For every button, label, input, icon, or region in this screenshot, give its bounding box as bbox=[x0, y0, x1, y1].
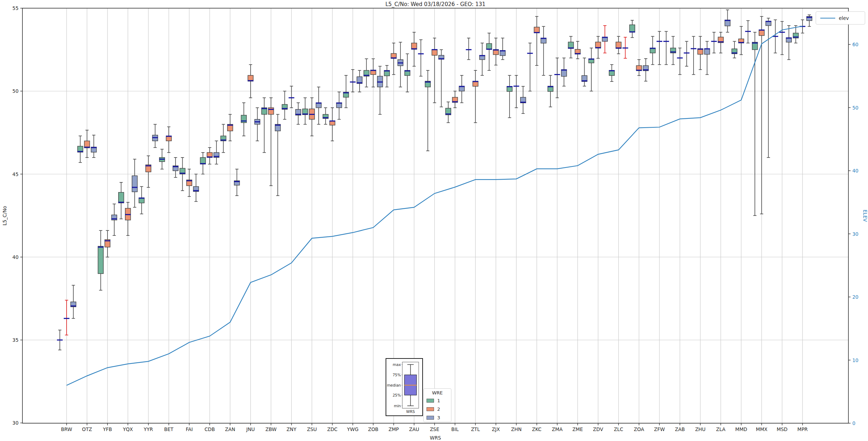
inset-label-min: min bbox=[394, 404, 401, 408]
svg-text:MPR: MPR bbox=[798, 426, 808, 432]
svg-text:20: 20 bbox=[852, 294, 858, 300]
inset-label-75%: 75% bbox=[393, 373, 401, 377]
svg-text:FAI: FAI bbox=[186, 426, 193, 432]
svg-text:ZOA: ZOA bbox=[634, 426, 644, 432]
svg-text:ZJX: ZJX bbox=[492, 426, 500, 432]
wre-legend-item-2: 2 bbox=[427, 405, 448, 413]
svg-text:ZHN: ZHN bbox=[511, 426, 522, 432]
svg-text:BET: BET bbox=[164, 426, 174, 432]
svg-text:50: 50 bbox=[12, 88, 19, 94]
svg-text:ZME: ZME bbox=[572, 426, 583, 432]
wre-swatch-label: 3 bbox=[437, 415, 440, 420]
svg-text:ZMP: ZMP bbox=[388, 426, 399, 432]
svg-text:CDB: CDB bbox=[204, 426, 215, 432]
y-left-axis-title: L5_C/No bbox=[2, 206, 7, 225]
elev-legend-label: elev bbox=[839, 15, 849, 21]
svg-text:ZHU: ZHU bbox=[695, 426, 705, 432]
elev-line-swatch bbox=[820, 18, 835, 18]
svg-text:YQX: YQX bbox=[122, 426, 133, 432]
inset-label-max: max bbox=[393, 362, 401, 367]
svg-text:0: 0 bbox=[852, 420, 856, 426]
chart-title: L5_C/No: Wed 03/18/2026 - GEO: 131 bbox=[22, 1, 848, 7]
svg-text:ZLA: ZLA bbox=[716, 426, 726, 432]
boxplot-group-ZFW bbox=[650, 31, 669, 64]
svg-text:60: 60 bbox=[852, 42, 858, 47]
inset-label-median: median bbox=[387, 383, 401, 387]
svg-text:MSD: MSD bbox=[777, 426, 788, 432]
svg-text:YFB: YFB bbox=[103, 426, 112, 432]
wre-swatch-label: 1 bbox=[437, 398, 440, 403]
wre-legend: WRE 123 bbox=[423, 388, 451, 422]
wre-swatch-3 bbox=[427, 416, 434, 420]
svg-text:ZFW: ZFW bbox=[654, 426, 665, 432]
plot-frame bbox=[22, 8, 848, 423]
boxplot-anatomy-diagram: max75%median25%minWRS bbox=[386, 359, 422, 415]
boxplot-group-MMX bbox=[752, 16, 771, 216]
boxplot-group-OTZ bbox=[77, 130, 96, 163]
wre-swatch-label: 2 bbox=[437, 407, 440, 412]
svg-text:BRW: BRW bbox=[61, 426, 72, 432]
inset-x-label: WRS bbox=[406, 409, 415, 414]
svg-text:55: 55 bbox=[12, 5, 19, 11]
svg-text:MMD: MMD bbox=[735, 426, 747, 432]
svg-text:YWG: YWG bbox=[347, 426, 359, 432]
svg-text:ZAN: ZAN bbox=[225, 426, 235, 432]
svg-text:ZBW: ZBW bbox=[266, 426, 277, 432]
svg-text:40: 40 bbox=[852, 168, 858, 174]
boxplot-group-ZBW bbox=[261, 98, 281, 196]
y-right-axis: 0102030405060 bbox=[848, 42, 858, 426]
wre-legend-title: WRE bbox=[427, 390, 448, 395]
plot-canvas: 3035404550550102030405060BRWOTZYFBYQXYYR… bbox=[0, 0, 868, 441]
svg-text:50: 50 bbox=[852, 105, 858, 111]
boxplot-anatomy-inset: max75%median25%minWRS bbox=[386, 358, 423, 416]
svg-text:ZAU: ZAU bbox=[409, 426, 419, 432]
x-axis-title: WRS bbox=[430, 435, 441, 441]
svg-text:ZKC: ZKC bbox=[532, 426, 542, 432]
svg-text:40: 40 bbox=[12, 254, 19, 260]
wre-swatch-1 bbox=[427, 399, 434, 403]
svg-text:ZOB: ZOB bbox=[368, 426, 378, 432]
svg-text:BIL: BIL bbox=[451, 426, 459, 432]
y-left-axis: 303540455055 bbox=[12, 5, 22, 426]
svg-text:30: 30 bbox=[12, 420, 19, 426]
svg-text:ZAB: ZAB bbox=[675, 426, 685, 432]
svg-text:ZSU: ZSU bbox=[307, 426, 317, 432]
boxplot-group-ZJX bbox=[486, 33, 506, 70]
wre-legend-item-1: 1 bbox=[427, 396, 448, 405]
elev-legend: elev bbox=[816, 11, 865, 25]
svg-text:ZNY: ZNY bbox=[287, 426, 297, 432]
svg-text:ZDC: ZDC bbox=[327, 426, 338, 432]
x-axis: BRWOTZYFBYQXYYRBETFAICDBZANJNUZBWZNYZSUZ… bbox=[61, 423, 807, 432]
svg-text:30: 30 bbox=[852, 231, 858, 237]
svg-text:ZLC: ZLC bbox=[614, 426, 623, 432]
svg-text:ZMA: ZMA bbox=[552, 426, 563, 432]
svg-text:ZTL: ZTL bbox=[471, 426, 480, 432]
svg-text:JNU: JNU bbox=[246, 426, 255, 432]
boxplot-group-MSD bbox=[773, 20, 792, 60]
svg-text:10: 10 bbox=[852, 357, 858, 363]
svg-text:ZDV: ZDV bbox=[593, 426, 603, 432]
boxplot-group-ZHU bbox=[691, 36, 710, 74]
figure-root: 3035404550550102030405060BRWOTZYFBYQXYYR… bbox=[0, 0, 868, 441]
svg-text:OTZ: OTZ bbox=[82, 426, 92, 432]
inset-label-25%: 25% bbox=[393, 393, 401, 397]
svg-text:YYR: YYR bbox=[143, 426, 153, 432]
gridlines bbox=[22, 8, 848, 423]
wre-legend-rows: 123 bbox=[427, 396, 448, 422]
wre-swatch-2 bbox=[427, 407, 434, 411]
wre-legend-item-3: 3 bbox=[427, 413, 448, 422]
svg-text:ZSE: ZSE bbox=[430, 426, 439, 432]
svg-text:45: 45 bbox=[12, 171, 19, 177]
boxplot-group-MMD bbox=[732, 21, 751, 58]
svg-text:MMX: MMX bbox=[756, 426, 768, 432]
y-right-axis-title: ELEV bbox=[862, 210, 868, 222]
svg-text:35: 35 bbox=[12, 337, 19, 343]
